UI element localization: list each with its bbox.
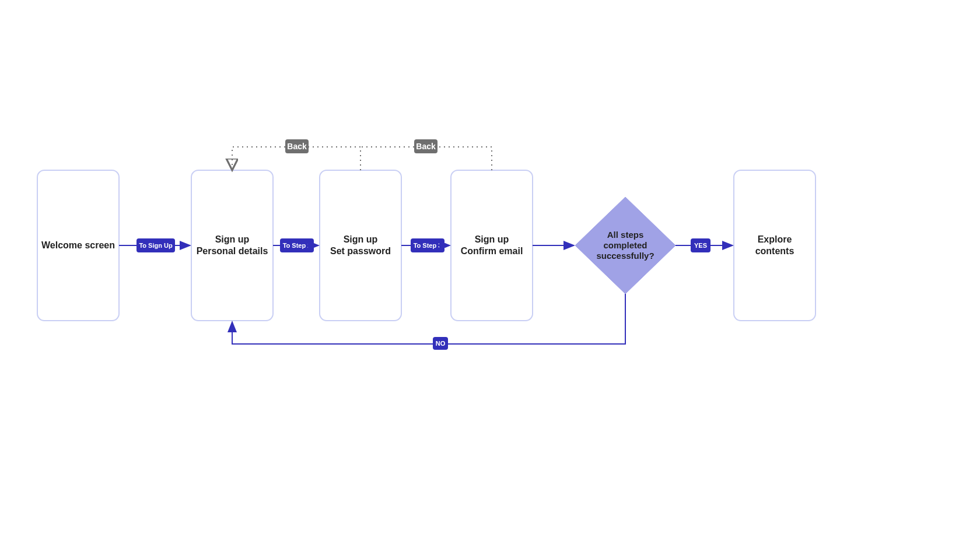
decision-line2: completed [603,240,647,250]
signup1-line2: Personal details [197,246,268,256]
svg-rect-2 [320,170,401,321]
node-signup-set-password: Sign up Set password [320,170,401,321]
welcome-label: Welcome screen [41,240,115,250]
signup2-line2: Set password [330,246,391,256]
svg-rect-3 [451,170,533,321]
node-explore-contents: Explore contents [734,170,816,321]
signup3-line2: Confirm email [461,246,523,256]
edge-to-sign-up: To Sign Up [119,238,190,252]
svg-rect-5 [734,170,816,321]
decision-line3: successfully? [596,251,654,261]
yes-label: YES [694,242,707,249]
explore-line2: contents [755,246,794,256]
explore-line1: Explore [758,234,792,244]
edge-to-step-3: To Step 3 [401,238,450,252]
svg-rect-1 [191,170,273,321]
edge-back-step2-to-step1: Back [232,139,360,170]
edge-back-step3-to-step2: Back [360,139,492,170]
to-step3-label: To Step 3 [414,242,442,249]
flow-diagram: Welcome screen Sign up Personal details … [0,0,980,555]
node-welcome: Welcome screen [37,170,119,321]
to-step2-label: To Step 2 [283,242,312,249]
node-signup-personal-details: Sign up Personal details [191,170,273,321]
edge-to-step-2: To Step 2 [273,238,318,252]
to-sign-up-label: To Sign Up [139,242,173,249]
decision-line1: All steps [607,230,644,240]
back1-label: Back [287,142,307,151]
signup2-line1: Sign up [344,234,378,244]
back2-label: Back [416,142,436,151]
signup3-line1: Sign up [475,234,509,244]
node-decision-all-steps: All steps completed successfully? [575,197,676,294]
no-label: NO [436,340,446,347]
node-signup-confirm-email: Sign up Confirm email [451,170,533,321]
signup1-line1: Sign up [215,234,250,244]
edge-no: NO [232,294,625,350]
edge-yes: YES [676,238,733,252]
